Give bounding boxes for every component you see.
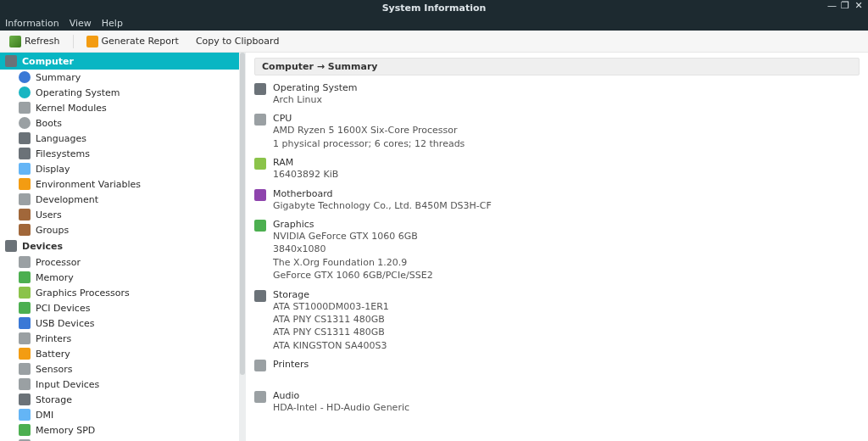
content-area: ComputerSummaryOperating SystemKernel Mo…	[0, 53, 868, 441]
tree-item-icon	[19, 209, 31, 220]
summary-value: ATA PNY CS1311 480GB	[273, 326, 860, 338]
window-controls: — ❐ ✕	[827, 2, 863, 10]
section-icon	[5, 55, 17, 67]
generate-report-label: Generate Report	[102, 36, 179, 47]
tree-item-label: PCI Devices	[36, 303, 90, 314]
tree-item-label: Groups	[36, 225, 69, 236]
tree-item-label: Storage	[36, 394, 72, 405]
tree-item-label: Sensors	[36, 364, 72, 375]
tree-item-icon	[19, 363, 31, 375]
generate-report-button[interactable]: Generate Report	[82, 33, 183, 50]
tree-item-label: Graphics Processors	[36, 287, 130, 299]
tree-item-icon	[19, 224, 31, 236]
summary-block-motherboard: MotherboardGigabyte Technology Co., Ltd.…	[254, 188, 860, 212]
summary-block-audio: AudioHDA-Intel - HD-Audio Generic	[254, 390, 860, 414]
tree-item-icon	[19, 132, 31, 144]
sidebar-tree[interactable]: ComputerSummaryOperating SystemKernel Mo…	[0, 53, 239, 441]
tree-item-label: Users	[36, 209, 62, 220]
tree-item-dmi[interactable]: DMI	[0, 407, 239, 422]
tree-item-icon	[19, 148, 31, 159]
tree-item-icon	[19, 256, 31, 268]
copy-clipboard-label: Copy to Clipboard	[196, 36, 279, 47]
main-pane: Computer → Summary Operating SystemArch …	[246, 53, 868, 441]
tree-item-usb-devices[interactable]: USB Devices	[0, 315, 239, 331]
summary-icon	[254, 189, 266, 201]
tree-item-label: DMI	[36, 410, 53, 421]
tree-item-label: Display	[36, 164, 70, 175]
summary-icon	[254, 391, 266, 403]
tree-item-label: USB Devices	[36, 318, 94, 329]
summary-value: The X.Org Foundation 1.20.9	[273, 256, 860, 269]
tree-item-boots[interactable]: Boots	[0, 115, 239, 131]
scrollbar-thumb[interactable]	[240, 53, 245, 375]
tree-item-environment-variables[interactable]: Environment Variables	[0, 176, 239, 192]
tree-item-icon	[19, 424, 31, 436]
summary-value: ATA KINGSTON SA400S3	[273, 339, 860, 352]
tree-section-devices[interactable]: Devices	[0, 237, 239, 254]
tree-item-graphics-processors[interactable]: Graphics Processors	[0, 285, 239, 300]
tree-item-summary[interactable]: Summary	[0, 70, 239, 85]
tree-item-label: Filesystems	[36, 148, 90, 159]
tree-item-icon	[19, 71, 31, 83]
summary-value: Arch Linux	[273, 93, 860, 106]
section-icon	[5, 240, 17, 252]
tree-item-icon	[19, 378, 31, 390]
tree-item-input-devices[interactable]: Input Devices	[0, 377, 239, 392]
menu-help[interactable]: Help	[102, 18, 123, 29]
tree-item-operating-system[interactable]: Operating System	[0, 85, 239, 100]
tree-item-users[interactable]: Users	[0, 207, 239, 222]
summary-block-graphics: GraphicsNVIDIA GeForce GTX 1060 6GB3840x…	[254, 219, 860, 282]
section-label: Computer	[22, 56, 74, 67]
tree-item-filesystems[interactable]: Filesystems	[0, 146, 239, 161]
tree-item-display[interactable]: Display	[0, 161, 239, 176]
summary-block-storage: StorageATA ST1000DM003-1ER1ATA PNY CS131…	[254, 289, 860, 353]
tree-item-resources[interactable]: Resources	[0, 438, 239, 441]
summary-value: GeForce GTX 1060 6GB/PCIe/SSE2	[273, 269, 860, 282]
tree-item-icon	[19, 409, 31, 421]
tree-item-label: Environment Variables	[36, 179, 141, 190]
summary-value: ATA ST1000DM003-1ER1	[273, 300, 860, 313]
tree-item-icon	[19, 302, 31, 314]
summary-value: AMD Ryzen 5 1600X Six-Core Processor	[273, 124, 860, 137]
tree-item-battery[interactable]: Battery	[0, 346, 239, 361]
close-button[interactable]: ✕	[854, 2, 863, 10]
summary-icon	[254, 290, 266, 302]
menu-bar: Information View Help	[0, 15, 868, 31]
restore-button[interactable]: ❐	[841, 2, 849, 10]
menu-view[interactable]: View	[70, 18, 92, 29]
tree-section-computer[interactable]: Computer	[0, 53, 239, 70]
summary-icon	[254, 114, 266, 126]
tree-item-icon	[19, 193, 31, 205]
tree-item-storage[interactable]: Storage	[0, 392, 239, 407]
tree-item-pci-devices[interactable]: PCI Devices	[0, 300, 239, 315]
tree-item-memory[interactable]: Memory	[0, 270, 239, 285]
summary-value: ATA PNY CS1311 480GB	[273, 313, 860, 326]
tree-item-kernel-modules[interactable]: Kernel Modules	[0, 100, 239, 115]
tree-item-languages[interactable]: Languages	[0, 131, 239, 146]
title-bar: System Information — ❐ ✕	[0, 0, 868, 15]
tree-item-icon	[19, 348, 31, 360]
tree-item-printers[interactable]: Printers	[0, 331, 239, 346]
summary-breadcrumb: Computer → Summary	[254, 58, 860, 75]
tree-item-label: Memory SPD	[36, 425, 95, 436]
tree-item-memory-spd[interactable]: Memory SPD	[0, 422, 239, 438]
summary-value: HDA-Intel - HD-Audio Generic	[273, 401, 860, 414]
summary-value: 3840x1080	[273, 243, 860, 255]
summary-icon	[254, 220, 266, 232]
minimize-button[interactable]: —	[827, 2, 836, 10]
tree-item-development[interactable]: Development	[0, 192, 239, 207]
summary-title: Audio	[273, 390, 860, 401]
tree-item-icon	[19, 271, 31, 283]
sidebar-scrollbar[interactable]	[239, 53, 246, 441]
tree-item-icon	[19, 87, 31, 98]
tree-item-processor[interactable]: Processor	[0, 254, 239, 270]
summary-title: Graphics	[273, 219, 860, 230]
refresh-button[interactable]: Refresh	[5, 33, 64, 50]
menu-information[interactable]: Information	[5, 18, 59, 29]
copy-clipboard-button[interactable]: Copy to Clipboard	[192, 33, 283, 49]
tree-item-groups[interactable]: Groups	[0, 222, 239, 237]
summary-title: CPU	[273, 113, 860, 124]
summary-title: Motherboard	[273, 188, 860, 199]
tree-item-sensors[interactable]: Sensors	[0, 361, 239, 377]
tree-item-label: Development	[36, 194, 98, 205]
